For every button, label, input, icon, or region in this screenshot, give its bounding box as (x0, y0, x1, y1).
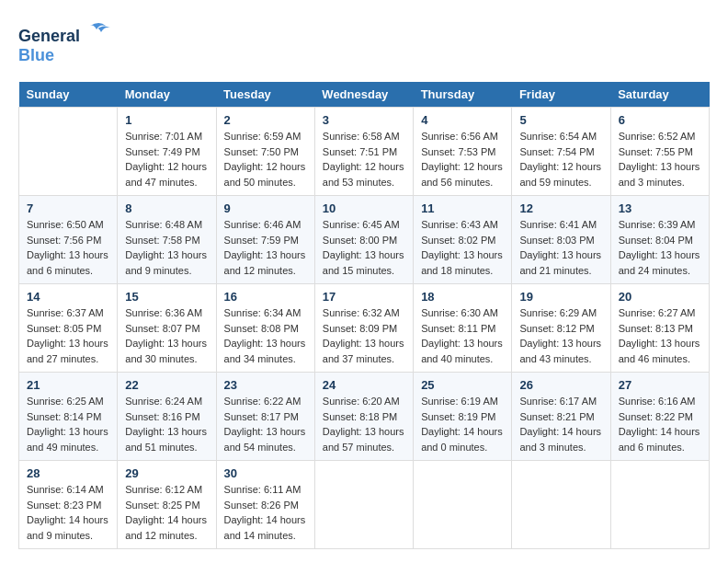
logo: General Blue (18, 18, 119, 73)
day-number: 29 (125, 466, 208, 480)
calendar-cell: 9 Sunrise: 6:46 AMSunset: 7:59 PMDayligh… (216, 196, 314, 284)
day-number: 25 (421, 378, 504, 392)
day-info: Sunrise: 6:24 AMSunset: 8:16 PMDaylight:… (125, 396, 207, 453)
calendar-week-2: 7 Sunrise: 6:50 AMSunset: 7:56 PMDayligh… (19, 196, 710, 284)
calendar-cell: 25 Sunrise: 6:19 AMSunset: 8:19 PMDaylig… (414, 373, 512, 461)
day-number: 6 (619, 113, 701, 127)
day-number: 10 (323, 201, 405, 215)
day-info: Sunrise: 6:43 AMSunset: 8:02 PMDaylight:… (421, 219, 503, 276)
day-number: 11 (421, 201, 504, 215)
calendar-cell (19, 108, 118, 196)
day-info: Sunrise: 6:59 AMSunset: 7:50 PMDaylight:… (224, 131, 306, 188)
day-info: Sunrise: 6:11 AMSunset: 8:26 PMDaylight:… (224, 484, 306, 541)
calendar-cell (512, 461, 610, 549)
day-info: Sunrise: 6:25 AMSunset: 8:14 PMDaylight:… (27, 396, 108, 453)
calendar-cell: 22 Sunrise: 6:24 AMSunset: 8:16 PMDaylig… (118, 373, 216, 461)
svg-text:Blue: Blue (18, 46, 54, 64)
day-info: Sunrise: 6:58 AMSunset: 7:51 PMDaylight:… (323, 131, 404, 188)
day-info: Sunrise: 6:48 AMSunset: 7:58 PMDaylight:… (125, 219, 207, 276)
day-info: Sunrise: 6:14 AMSunset: 8:23 PMDaylight:… (27, 484, 108, 541)
day-number: 16 (224, 290, 307, 304)
calendar-cell (414, 461, 512, 549)
day-info: Sunrise: 6:20 AMSunset: 8:18 PMDaylight:… (323, 396, 404, 453)
calendar-cell: 3 Sunrise: 6:58 AMSunset: 7:51 PMDayligh… (314, 108, 413, 196)
day-number: 30 (224, 466, 307, 480)
day-header-sunday: Sunday (19, 82, 118, 108)
day-number: 24 (323, 378, 405, 392)
day-number: 4 (421, 113, 504, 127)
calendar-cell: 1 Sunrise: 7:01 AMSunset: 7:49 PMDayligh… (118, 108, 216, 196)
day-number: 8 (125, 201, 208, 215)
calendar-cell: 8 Sunrise: 6:48 AMSunset: 7:58 PMDayligh… (118, 196, 216, 284)
day-number: 14 (27, 290, 109, 304)
day-number: 19 (519, 290, 602, 304)
calendar-cell: 20 Sunrise: 6:27 AMSunset: 8:13 PMDaylig… (610, 284, 709, 373)
calendar-cell: 7 Sunrise: 6:50 AMSunset: 7:56 PMDayligh… (19, 196, 118, 284)
calendar-cell: 10 Sunrise: 6:45 AMSunset: 8:00 PMDaylig… (314, 196, 413, 284)
day-number: 27 (619, 378, 701, 392)
day-number: 13 (619, 201, 701, 215)
calendar-table: SundayMondayTuesdayWednesdayThursdayFrid… (18, 82, 710, 549)
day-header-thursday: Thursday (414, 82, 512, 108)
day-number: 20 (619, 290, 701, 304)
day-number: 28 (27, 466, 109, 480)
calendar-cell: 13 Sunrise: 6:39 AMSunset: 8:04 PMDaylig… (610, 196, 709, 284)
day-info: Sunrise: 6:12 AMSunset: 8:25 PMDaylight:… (125, 484, 207, 541)
day-info: Sunrise: 6:52 AMSunset: 7:55 PMDaylight:… (619, 131, 700, 188)
calendar-cell: 19 Sunrise: 6:29 AMSunset: 8:12 PMDaylig… (512, 284, 610, 373)
calendar-week-1: 1 Sunrise: 7:01 AMSunset: 7:49 PMDayligh… (19, 108, 710, 196)
day-info: Sunrise: 6:46 AMSunset: 7:59 PMDaylight:… (224, 219, 306, 276)
calendar-cell: 4 Sunrise: 6:56 AMSunset: 7:53 PMDayligh… (414, 108, 512, 196)
day-info: Sunrise: 6:37 AMSunset: 8:05 PMDaylight:… (27, 307, 108, 364)
calendar-cell: 16 Sunrise: 6:34 AMSunset: 8:08 PMDaylig… (216, 284, 314, 373)
day-number: 3 (323, 113, 405, 127)
day-number: 12 (519, 201, 602, 215)
calendar-header-row: SundayMondayTuesdayWednesdayThursdayFrid… (19, 82, 710, 108)
day-number: 5 (519, 113, 602, 127)
day-number: 9 (224, 201, 307, 215)
day-info: Sunrise: 6:41 AMSunset: 8:03 PMDaylight:… (519, 219, 601, 276)
calendar-week-3: 14 Sunrise: 6:37 AMSunset: 8:05 PMDaylig… (19, 284, 710, 373)
day-info: Sunrise: 6:30 AMSunset: 8:11 PMDaylight:… (421, 307, 503, 364)
calendar-cell (610, 461, 709, 549)
day-header-tuesday: Tuesday (216, 82, 314, 108)
calendar-cell: 11 Sunrise: 6:43 AMSunset: 8:02 PMDaylig… (414, 196, 512, 284)
calendar-cell: 15 Sunrise: 6:36 AMSunset: 8:07 PMDaylig… (118, 284, 216, 373)
day-header-friday: Friday (512, 82, 610, 108)
day-number: 1 (125, 113, 208, 127)
calendar-cell: 23 Sunrise: 6:22 AMSunset: 8:17 PMDaylig… (216, 373, 314, 461)
calendar-cell: 18 Sunrise: 6:30 AMSunset: 8:11 PMDaylig… (414, 284, 512, 373)
day-header-monday: Monday (118, 82, 216, 108)
day-number: 26 (519, 378, 602, 392)
day-header-wednesday: Wednesday (314, 82, 413, 108)
day-info: Sunrise: 6:39 AMSunset: 8:04 PMDaylight:… (619, 219, 700, 276)
calendar-cell: 6 Sunrise: 6:52 AMSunset: 7:55 PMDayligh… (610, 108, 709, 196)
day-info: Sunrise: 6:34 AMSunset: 8:08 PMDaylight:… (224, 307, 306, 364)
calendar-cell: 26 Sunrise: 6:17 AMSunset: 8:21 PMDaylig… (512, 373, 610, 461)
calendar-cell: 17 Sunrise: 6:32 AMSunset: 8:09 PMDaylig… (314, 284, 413, 373)
calendar-cell: 14 Sunrise: 6:37 AMSunset: 8:05 PMDaylig… (19, 284, 118, 373)
calendar-week-5: 28 Sunrise: 6:14 AMSunset: 8:23 PMDaylig… (19, 461, 710, 549)
calendar-cell: 30 Sunrise: 6:11 AMSunset: 8:26 PMDaylig… (216, 461, 314, 549)
svg-text:General: General (18, 27, 80, 45)
day-info: Sunrise: 6:22 AMSunset: 8:17 PMDaylight:… (224, 396, 306, 453)
calendar-week-4: 21 Sunrise: 6:25 AMSunset: 8:14 PMDaylig… (19, 373, 710, 461)
logo-text: General Blue (18, 18, 119, 73)
calendar-cell: 29 Sunrise: 6:12 AMSunset: 8:25 PMDaylig… (118, 461, 216, 549)
calendar-cell: 21 Sunrise: 6:25 AMSunset: 8:14 PMDaylig… (19, 373, 118, 461)
calendar-cell (314, 461, 413, 549)
day-number: 2 (224, 113, 307, 127)
day-info: Sunrise: 6:54 AMSunset: 7:54 PMDaylight:… (519, 131, 601, 188)
day-info: Sunrise: 6:50 AMSunset: 7:56 PMDaylight:… (27, 219, 108, 276)
day-info: Sunrise: 6:56 AMSunset: 7:53 PMDaylight:… (421, 131, 503, 188)
day-number: 7 (27, 201, 109, 215)
day-header-saturday: Saturday (610, 82, 709, 108)
day-number: 15 (125, 290, 208, 304)
day-number: 17 (323, 290, 405, 304)
day-info: Sunrise: 6:19 AMSunset: 8:19 PMDaylight:… (421, 396, 503, 453)
day-info: Sunrise: 6:27 AMSunset: 8:13 PMDaylight:… (619, 307, 700, 364)
day-info: Sunrise: 7:01 AMSunset: 7:49 PMDaylight:… (125, 131, 207, 188)
day-number: 18 (421, 290, 504, 304)
page-header: General Blue (18, 18, 710, 73)
calendar-cell: 5 Sunrise: 6:54 AMSunset: 7:54 PMDayligh… (512, 108, 610, 196)
